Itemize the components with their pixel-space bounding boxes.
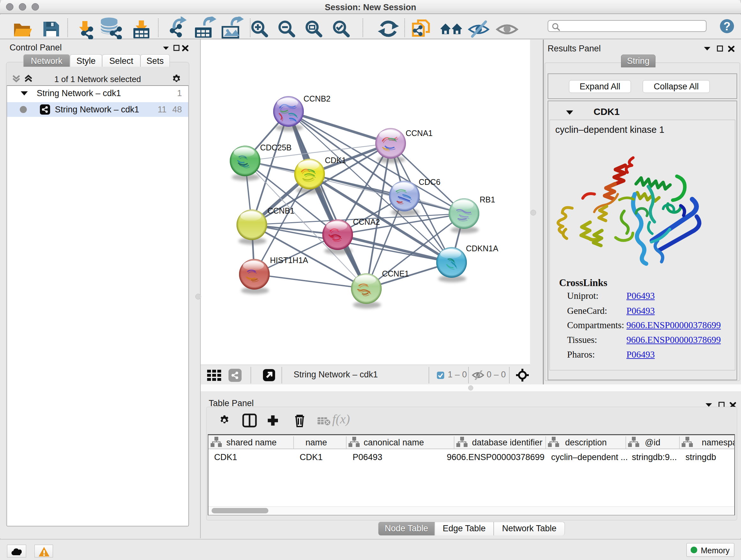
svg-text:HIST1H1A: HIST1H1A (270, 256, 308, 265)
svg-text:database identifier: database identifier (472, 438, 542, 447)
svg-text:CDC25B: CDC25B (260, 143, 292, 152)
svg-text:shared name: shared name (226, 438, 277, 447)
svg-text:namespac: namespac (702, 438, 734, 447)
svg-text:CDC6: CDC6 (419, 178, 441, 186)
svg-text:CDKN1A: CDKN1A (466, 244, 498, 253)
svg-text:CCNA1: CCNA1 (406, 129, 433, 138)
svg-text:?: ? (724, 20, 731, 33)
svg-text:RB1: RB1 (480, 195, 495, 204)
svg-text:CDK1: CDK1 (325, 156, 346, 165)
svg-text:@id: @id (645, 438, 660, 447)
svg-text:CCNE1: CCNE1 (382, 269, 409, 278)
svg-text:name: name (306, 438, 327, 447)
svg-text:CCNA2: CCNA2 (353, 217, 380, 226)
svg-text:canonical name: canonical name (363, 438, 424, 447)
svg-text:CCNB2: CCNB2 (304, 94, 331, 103)
svg-text:description: description (565, 438, 607, 447)
svg-text:CCNB1: CCNB1 (267, 206, 294, 215)
